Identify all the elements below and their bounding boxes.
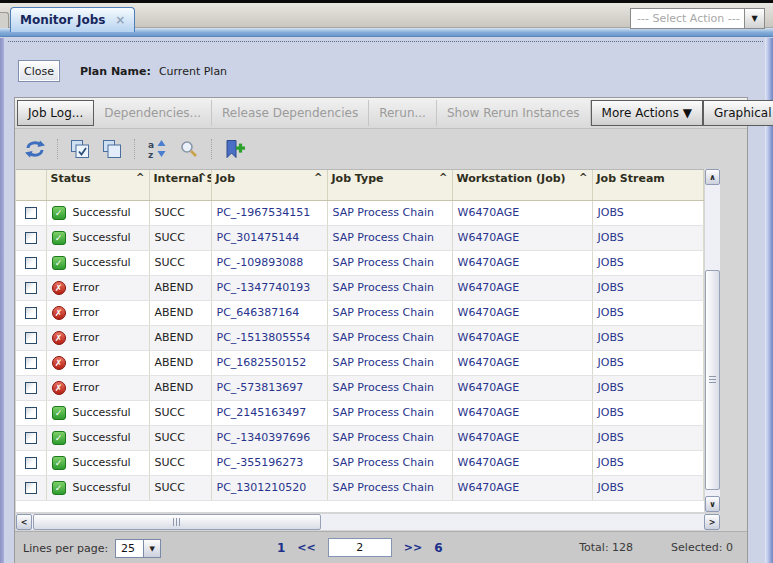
job-link[interactable]: PC_-109893088 (211, 250, 327, 275)
job-stream-cell: JOBS (592, 225, 703, 250)
table-row: ✗ErrorABENDPC_646387164SAP Process Chain… (16, 300, 703, 325)
row-checkbox[interactable] (25, 307, 37, 319)
column-header-job-stream[interactable]: Job Stream (592, 170, 703, 200)
deselect-all-button[interactable] (100, 137, 124, 161)
action-button-release-dependencies: Release Dependencies (212, 100, 369, 126)
horizontal-scrollbar-thumb[interactable] (33, 514, 321, 530)
table-row: ✓SuccessfulSUCCPC_-355196273SAP Process … (16, 450, 703, 475)
row-checkbox[interactable] (25, 482, 37, 494)
column-header-internal-status[interactable]: Internal Status^ (149, 170, 211, 200)
success-icon: ✓ (52, 406, 66, 420)
toolbar-separator (134, 139, 135, 159)
search-button[interactable] (177, 137, 201, 161)
job-type-cell: SAP Process Chain (327, 375, 452, 400)
job-link[interactable]: PC_646387164 (211, 300, 327, 325)
internal-status-cell: SUCC (149, 200, 211, 225)
error-icon: ✗ (52, 356, 66, 370)
error-icon: ✗ (52, 281, 66, 295)
column-header-checkbox (16, 170, 46, 200)
last-page-link[interactable]: 6 (434, 541, 442, 555)
scroll-right-icon[interactable]: > (704, 514, 720, 530)
pager: 1 << >> 6 (277, 538, 443, 557)
table-row: ✗ErrorABENDPC_1682550152SAP Process Chai… (16, 350, 703, 375)
success-icon: ✓ (52, 456, 66, 470)
internal-status-cell: SUCC (149, 250, 211, 275)
select-all-button[interactable] (68, 137, 92, 161)
row-checkbox[interactable] (25, 407, 37, 419)
table-row: ✓SuccessfulSUCCPC_301475144SAP Process C… (16, 225, 703, 250)
sort-caret-icon: ^ (136, 172, 144, 183)
status-label: Successful (73, 206, 131, 219)
next-page-link[interactable]: >> (404, 541, 422, 554)
action-button-rerun: Rerun... (369, 100, 437, 126)
chevron-down-icon[interactable]: ▼ (744, 9, 764, 28)
chevron-down-icon[interactable]: ▼ (143, 540, 160, 557)
action-button-row: Job Log...Dependencies...Release Depende… (15, 98, 747, 129)
job-link[interactable]: PC_-1967534151 (211, 200, 327, 225)
total-count: Total: 128 (579, 541, 633, 554)
column-header-workstation-job[interactable]: Workstation (Job)^ (452, 170, 592, 200)
job-type-cell: SAP Process Chain (327, 450, 452, 475)
lines-per-page: Lines per page: 25 ▼ (23, 539, 161, 558)
internal-status-cell: ABEND (149, 300, 211, 325)
row-checkbox[interactable] (25, 382, 37, 394)
row-checkbox[interactable] (25, 457, 37, 469)
plan-name-value: Current Plan (159, 65, 227, 78)
close-button[interactable]: Close (18, 60, 60, 82)
job-stream-cell: JOBS (592, 275, 703, 300)
row-checkbox[interactable] (25, 357, 37, 369)
tab-title: Monitor Jobs (20, 13, 105, 27)
scroll-left-icon[interactable]: < (16, 514, 32, 530)
lines-per-page-select[interactable]: 25 ▼ (115, 539, 161, 558)
column-header-job-type[interactable]: Job Type^ (327, 170, 452, 200)
sort-button[interactable]: a z (145, 137, 169, 161)
job-link[interactable]: PC_-1513805554 (211, 325, 327, 350)
job-stream-cell: JOBS (592, 200, 703, 225)
row-checkbox[interactable] (25, 207, 37, 219)
job-stream-cell: JOBS (592, 250, 703, 275)
horizontal-scrollbar[interactable]: < > (16, 514, 720, 530)
table-header-row: Status^Internal Status^Job^Job Type^Work… (16, 170, 703, 200)
job-link[interactable]: PC_-573813697 (211, 375, 327, 400)
job-stream-cell: JOBS (592, 350, 703, 375)
window-left-edge (0, 38, 4, 563)
job-link[interactable]: PC_-1340397696 (211, 425, 327, 450)
action-button-show-rerun-instances: Show Rerun Instances (437, 100, 591, 126)
action-button-job-log[interactable]: Job Log... (17, 100, 94, 126)
job-link[interactable]: PC_-1347740193 (211, 275, 327, 300)
first-page-link[interactable]: 1 (277, 541, 285, 555)
row-checkbox[interactable] (25, 432, 37, 444)
current-page-input[interactable] (328, 538, 392, 557)
action-button-more-actions[interactable]: More Actions ▼ (591, 100, 703, 126)
tab-close-icon[interactable]: × (115, 13, 125, 27)
table-row: ✓SuccessfulSUCCPC_2145163497SAP Process … (16, 400, 703, 425)
job-stream-cell: JOBS (592, 325, 703, 350)
add-bookmark-button[interactable] (222, 137, 246, 161)
workstation-cell: W6470AGE (452, 275, 592, 300)
workstation-cell: W6470AGE (452, 225, 592, 250)
scroll-down-icon[interactable]: ∨ (705, 496, 720, 512)
job-link[interactable]: PC_1682550152 (211, 350, 327, 375)
success-icon: ✓ (52, 256, 66, 270)
refresh-button[interactable] (23, 137, 47, 161)
select-action-value: --- Select Action --- (631, 9, 744, 28)
select-action-dropdown[interactable]: --- Select Action --- ▼ (630, 8, 765, 29)
prev-page-link[interactable]: << (297, 541, 315, 554)
job-link[interactable]: PC_301475144 (211, 225, 327, 250)
job-link[interactable]: PC_-355196273 (211, 450, 327, 475)
job-link[interactable]: PC_1301210520 (211, 475, 327, 500)
job-link[interactable]: PC_2145163497 (211, 400, 327, 425)
vertical-scrollbar-thumb[interactable] (705, 270, 720, 490)
row-checkbox[interactable] (25, 232, 37, 244)
row-checkbox[interactable] (25, 332, 37, 344)
column-header-status[interactable]: Status^ (46, 170, 149, 200)
tab-monitor-jobs[interactable]: Monitor Jobs × (10, 7, 135, 32)
scroll-up-icon[interactable]: ∧ (705, 169, 720, 185)
table-body: ✓SuccessfulSUCCPC_-1967534151SAP Process… (16, 200, 703, 500)
row-checkbox[interactable] (25, 282, 37, 294)
lines-per-page-label: Lines per page: (23, 542, 108, 555)
vertical-scrollbar[interactable]: ∧ ∨ (705, 169, 720, 512)
row-checkbox[interactable] (25, 257, 37, 269)
column-header-job[interactable]: Job^ (211, 170, 327, 200)
action-button-graphical-views[interactable]: Graphical Views ▼ (703, 100, 773, 126)
